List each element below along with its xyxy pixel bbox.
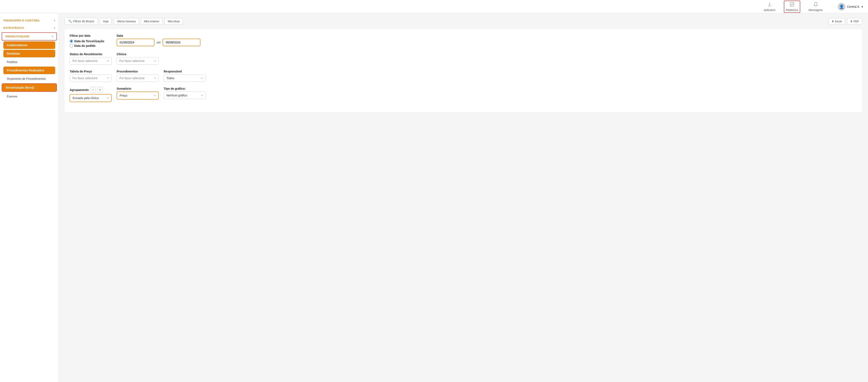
- procedimentos-select[interactable]: Por favor selecione: [117, 74, 159, 82]
- sidebar: FINANCEIRO E CONTÁBIL ▾ ESTRATÉGICO ▾ PR…: [0, 13, 59, 382]
- estrategico-chevron: ▾: [54, 26, 55, 29]
- agrupamento-plus-button[interactable]: +: [97, 87, 103, 93]
- produtividade-chevron: ▾: [52, 35, 53, 38]
- sidebar-item-orcamento[interactable]: Orçamento de Procedimentos: [3, 75, 55, 83]
- radio-terceirizacao-label[interactable]: Data da Terceirização: [70, 39, 112, 43]
- aplicativo-icon: [767, 2, 772, 7]
- sidebar-item-procedimentos-realizados[interactable]: Procedimentos Realizados: [3, 66, 55, 74]
- sidebar-financeiro[interactable]: FINANCEIRO E CONTÁBIL ▾: [0, 17, 59, 24]
- excel-button[interactable]: ⬇ Excel: [829, 18, 845, 25]
- user-chevron: ▾: [862, 5, 863, 8]
- top-navigation: Aplicativo Relatórios Mensagens 👤 Cen: [0, 0, 868, 13]
- mensagens-icon: [813, 2, 818, 7]
- main-layout: FINANCEIRO E CONTÁBIL ▾ ESTRATÉGICO ▾ PR…: [0, 13, 868, 382]
- exames-label: Exames: [7, 95, 18, 98]
- pedidos-label: Pedidos: [7, 60, 18, 64]
- responsavel-label: Responsável: [164, 70, 206, 73]
- agrupamento-select[interactable]: Enviado pela clínica: [70, 94, 112, 102]
- filter-toolbar: 🔍 Filtros de Busca Hoje Última Semana Mê…: [65, 18, 862, 25]
- radio-terceirizacao-text: Data da Terceirização: [74, 39, 104, 43]
- mensagens-label: Mensagens: [809, 8, 823, 11]
- form-row-4: Agrupamento − + Enviado pela clínica Som…: [70, 87, 857, 102]
- ultima-semana-button[interactable]: Última Semana: [114, 18, 139, 25]
- date-to-input[interactable]: [163, 39, 200, 46]
- agrupamento-label: Agrupamento: [70, 88, 89, 92]
- financeiro-chevron: ▾: [54, 19, 55, 22]
- form-row-2: Status do Recebimento Por favor selecion…: [70, 53, 857, 65]
- sidebar-item-colaboradores[interactable]: Colaboradores: [3, 41, 55, 49]
- aplicativo-label: Aplicativo: [764, 8, 775, 11]
- mes-anterior-button[interactable]: Mês Anterior: [141, 18, 162, 25]
- mes-atual-button[interactable]: Mês Atual: [164, 18, 183, 25]
- filter-search-button[interactable]: 🔍 Filtros de Busca: [65, 18, 98, 25]
- sidebar-produtividade[interactable]: PRODUTIVIDADE ▾: [2, 33, 57, 40]
- user-name: Central d.: [847, 5, 860, 8]
- colaboradores-label: Colaboradores: [7, 43, 28, 47]
- procedimentos-realizados-label: Procedimentos Realizados: [7, 69, 44, 72]
- agrupamento-controls: Agrupamento − +: [70, 87, 112, 93]
- estrategico-label: ESTRATÉGICO: [3, 26, 24, 29]
- agrupamento-minus-button[interactable]: −: [90, 87, 96, 93]
- date-from-input[interactable]: [117, 39, 154, 46]
- clinica-group: Clínica Por favor selecione: [117, 53, 159, 65]
- pdf-label: PDF: [854, 20, 859, 23]
- download-excel-icon: ⬇: [832, 20, 834, 23]
- orcamento-label: Orçamento de Procedimentos: [7, 77, 46, 81]
- radio-pedido-text: Data do pedido: [74, 44, 95, 48]
- pdf-button[interactable]: ⬇ PDF: [847, 18, 862, 25]
- tabela-label: Tabela de Preço: [70, 70, 112, 73]
- form-row-3: Tabela de Preço Por favor selecione Proc…: [70, 70, 857, 82]
- form-section: Filtrar por data Data da Terceirização D…: [65, 29, 862, 112]
- terceirizacao-label: Terceirização (Nova): [5, 86, 34, 89]
- tipo-grafico-select[interactable]: Nenhum gráfico: [164, 92, 206, 99]
- radio-group: Data da Terceirização Data do pedido: [70, 39, 112, 48]
- procedimentos-group: Procedimentos Por favor selecione: [117, 70, 159, 82]
- somatorio-select[interactable]: Preço: [117, 92, 159, 99]
- radio-terceirizacao[interactable]: [70, 39, 73, 43]
- tipo-grafico-label: Tipo de gráfico:: [164, 87, 206, 90]
- hoje-label: Hoje: [103, 20, 108, 23]
- status-group: Status do Recebimento Por favor selecion…: [70, 53, 112, 65]
- nav-items: Aplicativo Relatórios Mensagens 👤 Cen: [762, 1, 863, 13]
- nav-aplicativo[interactable]: Aplicativo: [762, 1, 777, 12]
- sidebar-item-dentistas[interactable]: Dentistas: [3, 50, 55, 57]
- sidebar-item-exames[interactable]: Exames: [3, 93, 55, 100]
- data-label: Data: [117, 34, 200, 37]
- date-input-wrap: até: [117, 39, 200, 46]
- nav-mensagens[interactable]: Mensagens: [807, 1, 824, 12]
- status-label: Status do Recebimento: [70, 53, 112, 56]
- data-group: Data até: [117, 34, 200, 48]
- hoje-button[interactable]: Hoje: [100, 18, 112, 25]
- tipo-grafico-group: Tipo de gráfico: Nenhum gráfico: [164, 87, 206, 102]
- radio-pedido-label[interactable]: Data do pedido: [70, 44, 112, 48]
- ate-label: até: [157, 41, 160, 44]
- relatorios-icon: [789, 2, 795, 7]
- ultima-semana-label: Última Semana: [117, 20, 135, 23]
- tabela-group: Tabela de Preço Por favor selecione: [70, 70, 112, 82]
- responsavel-group: Responsável Todos: [164, 70, 206, 82]
- user-menu[interactable]: 👤 Central d. ▾: [838, 3, 863, 10]
- status-select[interactable]: Por favor selecione: [70, 57, 112, 65]
- tabela-select[interactable]: Por favor selecione: [70, 74, 112, 82]
- clinica-select[interactable]: Por favor selecione: [117, 57, 159, 65]
- search-icon: 🔍: [68, 20, 72, 23]
- sidebar-item-pedidos[interactable]: Pedidos: [3, 58, 55, 66]
- main-content: 🔍 Filtros de Busca Hoje Última Semana Mê…: [59, 13, 868, 382]
- financeiro-label: FINANCEIRO E CONTÁBIL: [3, 19, 40, 22]
- mes-atual-label: Mês Atual: [168, 20, 180, 23]
- produtividade-label: PRODUTIVIDADE: [5, 35, 29, 38]
- somatorio-group: Somatório Preço: [117, 87, 159, 102]
- sidebar-estrategico[interactable]: ESTRATÉGICO ▾: [0, 24, 59, 31]
- sidebar-item-terceirizacao[interactable]: Terceirização (Nova): [2, 84, 57, 91]
- filtrar-label: Filtrar por data: [70, 34, 112, 37]
- procedimentos-label: Procedimentos: [117, 70, 159, 73]
- excel-label: Excel: [835, 20, 842, 23]
- filtrar-por-data-group: Filtrar por data Data da Terceirização D…: [70, 34, 112, 48]
- radio-pedido[interactable]: [70, 44, 73, 48]
- nav-relatorios[interactable]: Relatórios: [784, 1, 800, 13]
- agrupamento-group: Agrupamento − + Enviado pela clínica: [70, 87, 112, 102]
- download-pdf-icon: ⬇: [850, 20, 852, 23]
- responsavel-select[interactable]: Todos: [164, 74, 206, 82]
- mes-anterior-label: Mês Anterior: [144, 20, 159, 23]
- dentistas-label: Dentistas: [7, 52, 20, 55]
